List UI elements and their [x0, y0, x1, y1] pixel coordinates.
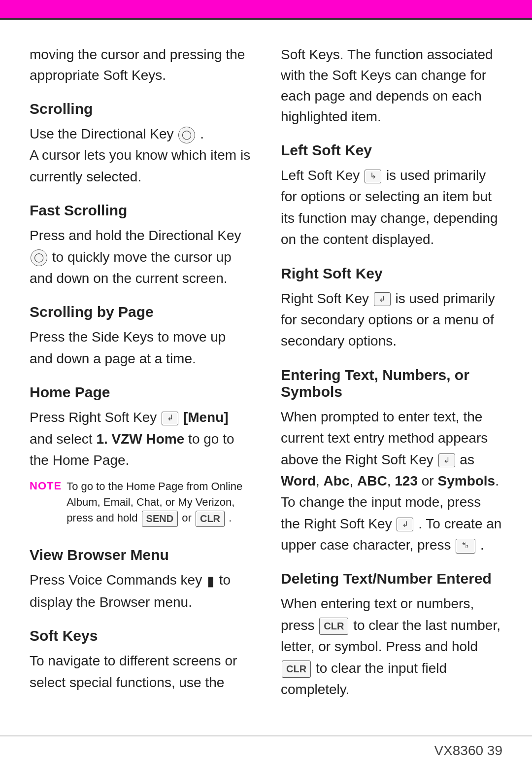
body-home-page: Press Right Soft Key ↲ [Menu] and select…	[30, 407, 251, 471]
heading-soft-keys: Soft Keys	[30, 627, 251, 644]
body-entering-text: When prompted to enter text, the current…	[281, 406, 502, 556]
body-fast-scrolling: Press and hold the Directional Key ◯ to …	[30, 225, 251, 289]
section-soft-keys: Soft Keys To navigate to different scree…	[30, 627, 251, 693]
left-soft-key-icon: ↳	[365, 170, 381, 183]
heading-scrolling-by-page: Scrolling by Page	[30, 304, 251, 320]
body-scrolling-by-page: Press the Side Keys to move up and down …	[30, 326, 251, 369]
heading-deleting-text: Deleting Text/Number Entered	[281, 570, 502, 587]
right-intro: Soft Keys. The function associated with …	[281, 44, 502, 127]
section-home-page: Home Page Press Right Soft Key ↲ [Menu] …	[30, 384, 251, 532]
heading-left-soft-key: Left Soft Key	[281, 142, 502, 159]
heading-entering-text: Entering Text, Numbers, or Symbols	[281, 367, 502, 400]
section-scrolling-by-page: Scrolling by Page Press the Side Keys to…	[30, 304, 251, 369]
section-right-soft-key: Right Soft Key Right Soft Key ↲ is used …	[281, 265, 502, 352]
left-intro: moving the cursor and pressing the appro…	[30, 44, 251, 86]
heading-view-browser-menu: View Browser Menu	[30, 547, 251, 563]
clr-key-icon-2: CLR	[282, 661, 311, 678]
content-area: moving the cursor and pressing the appro…	[0, 20, 532, 739]
body-scrolling: Use the Directional Key ◯ . A cursor let…	[30, 123, 251, 187]
page-footer: VX8360 39	[434, 743, 502, 759]
right-soft-key-icon-2: ↲	[438, 453, 455, 467]
bottom-bar: VX8360 39	[0, 735, 532, 765]
clr-key-icon-note: CLR	[196, 511, 225, 527]
section-deleting-text: Deleting Text/Number Entered When enteri…	[281, 570, 502, 700]
top-bar	[0, 0, 532, 18]
section-view-browser-menu: View Browser Menu Press Voice Commands k…	[30, 547, 251, 613]
clr-key-icon-1: CLR	[319, 618, 348, 635]
heading-home-page: Home Page	[30, 384, 251, 401]
dir-key-icon-2: ◯	[31, 249, 47, 266]
section-fast-scrolling: Fast Scrolling Press and hold the Direct…	[30, 202, 251, 289]
right-soft-key-icon-menu: ↲	[162, 412, 178, 425]
note-block-home-page: NOTE To go to the Home Page from Online …	[30, 479, 251, 526]
section-entering-text: Entering Text, Numbers, or Symbols When …	[281, 367, 502, 556]
section-left-soft-key: Left Soft Key Left Soft Key ↳ is used pr…	[281, 142, 502, 250]
dir-key-icon: ◯	[178, 127, 195, 143]
body-deleting-text: When entering text or numbers, press CLR…	[281, 593, 502, 700]
note-label: NOTE	[30, 480, 62, 492]
heading-fast-scrolling: Fast Scrolling	[30, 202, 251, 219]
section-scrolling: Scrolling Use the Directional Key ◯ . A …	[30, 101, 251, 187]
body-right-soft-key: Right Soft Key ↲ is used primarily for s…	[281, 288, 502, 352]
right-soft-key-icon-3: ↲	[397, 518, 413, 531]
note-text-home-page: To go to the Home Page from Online Album…	[66, 479, 251, 526]
voice-commands-icon: ▮	[207, 570, 214, 591]
left-column: moving the cursor and pressing the appro…	[30, 44, 251, 715]
heading-right-soft-key: Right Soft Key	[281, 265, 502, 282]
right-soft-key-icon: ↲	[374, 292, 391, 306]
send-key-icon: SEND	[142, 511, 178, 527]
right-column: Soft Keys. The function associated with …	[281, 44, 502, 715]
body-left-soft-key: Left Soft Key ↳ is used primarily for op…	[281, 165, 502, 250]
star-key-icon: *♭	[456, 539, 475, 554]
body-view-browser-menu: Press Voice Commands key ▮ to display th…	[30, 569, 251, 613]
heading-scrolling: Scrolling	[30, 101, 251, 117]
body-soft-keys: To navigate to different screens or sele…	[30, 650, 251, 693]
